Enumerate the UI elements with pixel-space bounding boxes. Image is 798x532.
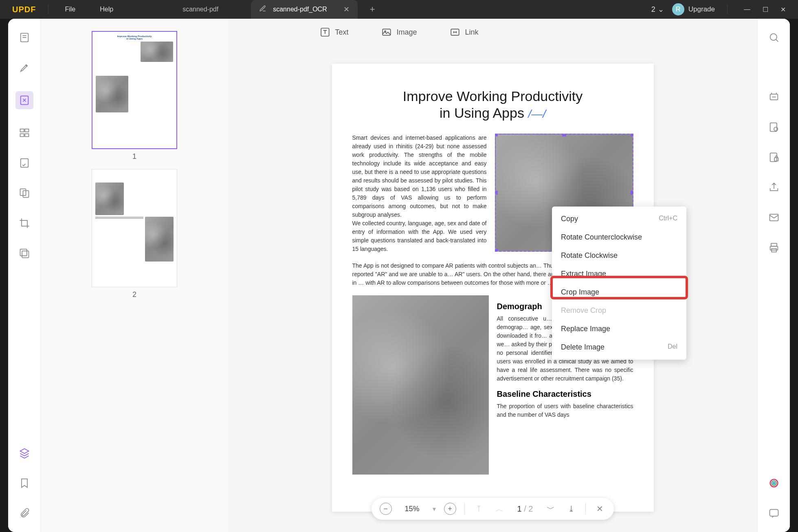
page-indicator[interactable]: 1 / 2 <box>514 504 536 514</box>
edit-text-tool[interactable]: Text <box>319 27 348 37</box>
add-tab-icon[interactable]: + <box>370 4 375 15</box>
svg-rect-22 <box>771 244 777 246</box>
ctx-remove-crop: Remove Crop <box>552 301 686 320</box>
next-page-icon[interactable]: ﹀ <box>544 503 557 514</box>
window-controls: — ☐ ✕ <box>732 6 798 13</box>
ctx-replace-image[interactable]: Replace Image <box>552 320 686 338</box>
svg-rect-10 <box>20 159 28 167</box>
svg-point-26 <box>772 481 776 486</box>
tab-count-value: 2 <box>651 5 655 14</box>
svg-rect-20 <box>774 158 778 161</box>
zoom-in-button[interactable]: + <box>444 503 456 515</box>
menu-file[interactable]: File <box>53 6 88 13</box>
edit-image-label: Image <box>396 28 417 37</box>
svg-rect-14 <box>22 251 29 257</box>
zoom-value[interactable]: 15% <box>400 505 424 513</box>
protect-icon[interactable] <box>767 121 780 134</box>
page-title: Improve Working Productivity in Using Ap… <box>352 88 633 121</box>
close-zoombar-icon[interactable]: ✕ <box>594 504 606 514</box>
prev-page-icon[interactable]: ︿ <box>493 503 506 514</box>
crop-page-icon[interactable] <box>18 217 31 230</box>
svg-point-18 <box>774 127 778 131</box>
bookmark-icon[interactable] <box>18 477 31 490</box>
svg-rect-6 <box>20 129 24 132</box>
compare-icon[interactable] <box>18 187 31 200</box>
ctx-crop-image[interactable]: Crop Image <box>552 283 686 301</box>
chat-icon[interactable] <box>767 507 780 520</box>
avatar: R <box>672 3 684 15</box>
svg-rect-1 <box>383 29 391 35</box>
right-toolbar <box>757 19 790 532</box>
context-menu: CopyCtrl+C Rotate Counterclockwise Rotat… <box>552 207 686 360</box>
attachment-icon[interactable] <box>18 507 31 520</box>
ocr-icon[interactable] <box>767 90 780 103</box>
edit-text-label: Text <box>335 28 348 37</box>
minimize-icon[interactable]: — <box>744 6 750 13</box>
svg-point-27 <box>773 482 775 484</box>
separator <box>727 4 728 14</box>
titlebar: UPDF File Help scanned-pdf scanned-pdf_O… <box>0 0 798 19</box>
svg-rect-7 <box>25 129 29 132</box>
tab-count[interactable]: 2 ⌄ <box>651 5 664 14</box>
paragraph[interactable]: We collected country, language, age, sex… <box>352 219 487 253</box>
zoom-bar: − 15% ▾ + ⤒ ︿ 1 / 2 ﹀ ⤓ ✕ <box>372 498 614 520</box>
paragraph[interactable]: The proportion of users with baseline ch… <box>497 402 633 419</box>
print-icon[interactable] <box>767 241 780 254</box>
highlight-icon[interactable] <box>18 61 31 74</box>
upgrade-label: Upgrade <box>688 5 715 13</box>
titlebar-right: 2 ⌄ R Upgrade — ☐ ✕ <box>651 3 798 15</box>
upgrade[interactable]: R Upgrade <box>672 3 715 15</box>
ctx-extract-image[interactable]: Extract Image <box>552 265 686 283</box>
svg-point-15 <box>770 34 776 40</box>
email-icon[interactable] <box>767 211 780 224</box>
svg-rect-13 <box>20 249 26 256</box>
thumbnail-panel: Improve Working Productivityin Using App… <box>41 19 228 532</box>
ctx-rotate-ccw[interactable]: Rotate Counterclockwise <box>552 228 686 246</box>
edit-icon[interactable] <box>15 91 33 109</box>
edit-image-tool[interactable]: Image <box>381 27 417 37</box>
thumbnail-2[interactable]: 2 <box>92 169 177 299</box>
heading[interactable]: Baseline Characteristics <box>497 389 633 399</box>
maximize-icon[interactable]: ☐ <box>763 6 768 13</box>
thumbnail-label: 1 <box>92 152 177 161</box>
share-icon[interactable] <box>767 181 780 194</box>
zoom-out-button[interactable]: − <box>380 503 392 515</box>
edit-toolbar: Text Image Link <box>319 27 478 37</box>
svg-rect-21 <box>769 214 778 221</box>
organize-icon[interactable] <box>18 126 31 139</box>
close-window-icon[interactable]: ✕ <box>780 6 786 13</box>
ai-icon[interactable] <box>767 477 780 490</box>
menu-help[interactable]: Help <box>88 6 125 13</box>
pencil-icon <box>259 5 266 14</box>
separator <box>48 4 48 14</box>
form-icon[interactable] <box>18 156 31 169</box>
svg-rect-8 <box>20 134 24 136</box>
ctx-copy[interactable]: CopyCtrl+C <box>552 210 686 228</box>
tab-inactive[interactable]: scanned-pdf <box>158 6 243 13</box>
app-logo: UPDF <box>0 5 44 14</box>
tab-label: scanned-pdf_OCR <box>273 6 327 13</box>
document-image[interactable] <box>352 295 489 475</box>
svg-rect-28 <box>769 510 778 516</box>
ctx-delete-image[interactable]: Delete ImageDel <box>552 338 686 356</box>
last-page-icon[interactable]: ⤓ <box>565 504 577 514</box>
search-icon[interactable] <box>767 31 780 44</box>
paragraph[interactable]: Smart devices and internet-based applica… <box>352 134 487 219</box>
reader-icon[interactable] <box>18 31 31 44</box>
layers-icon[interactable] <box>18 446 31 459</box>
svg-rect-19 <box>770 153 776 162</box>
thumbnail-label: 2 <box>92 290 177 299</box>
svg-rect-9 <box>25 134 29 136</box>
chevron-down-icon: ⌄ <box>658 5 664 14</box>
left-toolbar <box>8 19 41 532</box>
close-icon[interactable]: ✕ <box>343 5 350 14</box>
ctx-rotate-cw[interactable]: Rotate Clockwise <box>552 246 686 265</box>
zoom-dropdown-icon[interactable]: ▾ <box>433 505 436 513</box>
tab-active[interactable]: scanned-pdf_OCR ✕ <box>251 0 358 19</box>
thumbnail-1[interactable]: Improve Working Productivityin Using App… <box>92 31 177 161</box>
edit-link-label: Link <box>465 28 479 37</box>
encrypt-icon[interactable] <box>767 151 780 164</box>
redact-icon[interactable] <box>18 247 31 260</box>
first-page-icon[interactable]: ⤒ <box>473 504 485 514</box>
edit-link-tool[interactable]: Link <box>450 27 479 37</box>
